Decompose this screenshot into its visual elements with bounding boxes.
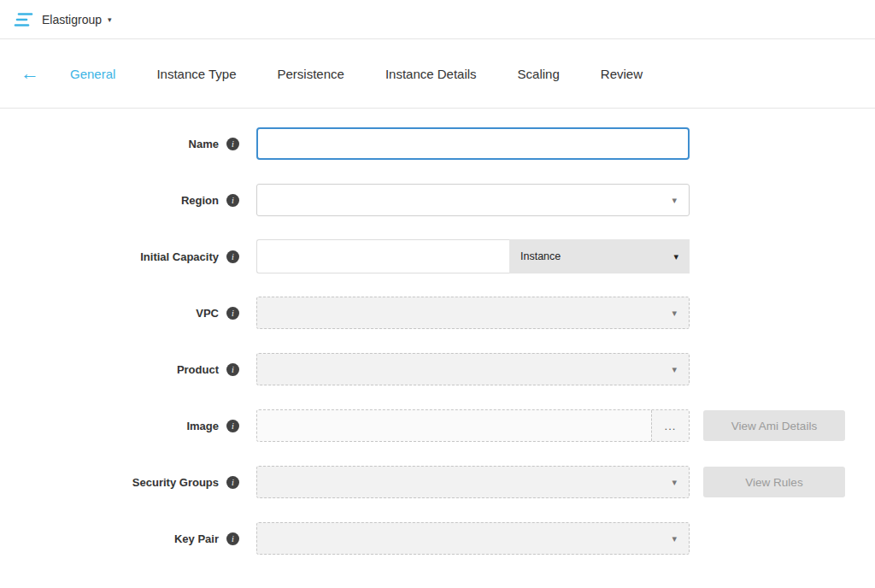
key-pair-select: ▾: [256, 522, 690, 555]
security-groups-label: Security Groups: [132, 476, 219, 489]
capacity-unit-value: Instance: [520, 250, 561, 262]
top-bar: Elastigroup ▾: [0, 0, 875, 39]
view-rules-button[interactable]: View Rules: [703, 467, 845, 497]
image-value: [257, 410, 651, 441]
chevron-down-icon: ▾: [672, 533, 677, 544]
form-row-key-pair: Key Pair i ▾: [0, 521, 875, 556]
chevron-down-icon: ▾: [673, 251, 678, 262]
form-row-initial-capacity: Initial Capacity i Instance ▾: [0, 239, 875, 273]
info-icon[interactable]: i: [226, 420, 239, 432]
chevron-down-icon: ▾: [672, 477, 677, 488]
chevron-down-icon: ▾: [672, 195, 677, 206]
vpc-select: ▾: [256, 297, 690, 329]
tab-instance-details[interactable]: Instance Details: [385, 67, 477, 81]
key-pair-label: Key Pair: [174, 532, 219, 545]
product-label: Product: [177, 363, 219, 376]
image-field: ...: [256, 409, 690, 442]
region-select[interactable]: ▾: [256, 184, 690, 216]
wizard-tabs: General Instance Type Persistence Instan…: [70, 67, 643, 81]
initial-capacity-input[interactable]: [256, 239, 509, 273]
elastigroup-logo-icon: [14, 11, 34, 28]
vpc-label: VPC: [196, 307, 219, 320]
wizard-tab-bar: ← General Instance Type Persistence Inst…: [0, 39, 875, 109]
region-label: Region: [181, 194, 219, 207]
image-label: Image: [186, 420, 219, 432]
tab-review[interactable]: Review: [601, 67, 643, 81]
name-label: Name: [189, 138, 219, 150]
info-icon[interactable]: i: [226, 250, 239, 263]
app-name: Elastigroup: [42, 13, 102, 26]
tab-persistence[interactable]: Persistence: [278, 67, 344, 81]
tab-general[interactable]: General: [70, 67, 115, 81]
form-row-name: Name i: [0, 126, 875, 161]
security-groups-select: ▾: [256, 466, 690, 498]
general-form: Name i Region i ▾ Initial Capacity i Ins…: [0, 109, 875, 556]
chevron-down-icon[interactable]: ▾: [108, 15, 112, 24]
back-arrow-icon[interactable]: ←: [21, 64, 39, 83]
chevron-down-icon: ▾: [672, 308, 677, 319]
info-icon[interactable]: i: [226, 532, 239, 545]
initial-capacity-label: Initial Capacity: [140, 250, 219, 263]
info-icon[interactable]: i: [226, 307, 239, 320]
tab-instance-type[interactable]: Instance Type: [156, 67, 236, 81]
form-row-product: Product i ▾: [0, 352, 875, 386]
tab-scaling[interactable]: Scaling: [518, 67, 560, 81]
info-icon[interactable]: i: [226, 138, 239, 150]
chevron-down-icon: ▾: [672, 364, 677, 375]
image-browse-button[interactable]: ...: [651, 410, 689, 441]
form-row-region: Region i ▾: [0, 183, 875, 217]
form-row-vpc: VPC i ▾: [0, 296, 875, 330]
form-row-image: Image i ... View Ami Details: [0, 409, 875, 443]
info-icon[interactable]: i: [226, 476, 239, 489]
name-input[interactable]: [256, 127, 690, 160]
product-select: ▾: [256, 353, 690, 385]
form-row-security-groups: Security Groups i ▾ View Rules: [0, 465, 875, 499]
view-ami-details-button[interactable]: View Ami Details: [703, 410, 845, 441]
info-icon[interactable]: i: [226, 194, 239, 207]
info-icon[interactable]: i: [226, 363, 239, 376]
capacity-unit-select[interactable]: Instance ▾: [509, 239, 690, 273]
